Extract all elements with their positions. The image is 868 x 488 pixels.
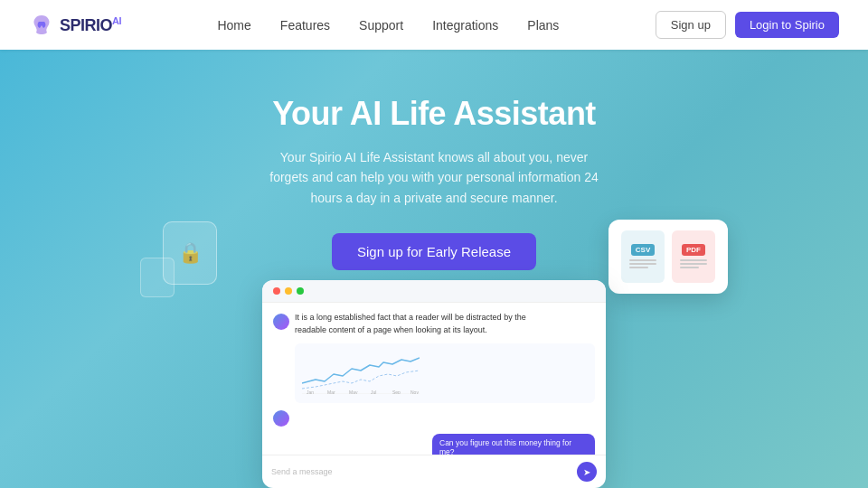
chat-message-right: Can you figure out this money thing for … xyxy=(432,434,595,455)
pdf-file-card: PDF xyxy=(672,230,715,283)
decorative-lock-doc: 🔒 xyxy=(163,221,217,285)
chat-footer[interactable]: Send a message ➤ xyxy=(262,455,606,488)
csv-file-card: CSV xyxy=(621,230,665,283)
svg-text:Sep: Sep xyxy=(392,389,401,394)
chat-send-button[interactable]: ➤ xyxy=(577,462,597,482)
close-dot xyxy=(273,287,280,295)
hero-section: Your AI Life Assistant Your Spirio AI Li… xyxy=(0,50,868,488)
chat-window: It is a long established fact that a rea… xyxy=(262,280,606,488)
nav-actions: Sign up Login to Spirio xyxy=(656,11,839,39)
hero-title: Your AI Life Assistant xyxy=(272,95,596,133)
chat-header xyxy=(262,280,606,303)
send-icon: ➤ xyxy=(583,467,590,477)
chat-body: It is a long established fact that a rea… xyxy=(262,303,606,455)
chat-chart-container: Jan Mar May Jul Sep Nov xyxy=(295,343,595,403)
nav-links: Home Features Support Integrations Plans xyxy=(217,17,559,33)
ai-avatar-2 xyxy=(273,410,289,427)
svg-text:Jan: Jan xyxy=(307,389,314,394)
nav-integrations[interactable]: Integrations xyxy=(432,18,498,33)
login-button[interactable]: Login to Spirio xyxy=(735,12,839,38)
spirio-logo-icon xyxy=(29,13,54,38)
early-release-button[interactable]: Sign up for Early Release xyxy=(332,233,536,270)
svg-text:Mar: Mar xyxy=(327,389,335,394)
nav-home[interactable]: Home xyxy=(217,18,250,33)
svg-text:Jul: Jul xyxy=(371,389,376,394)
chat-message-1-row: It is a long established fact that a rea… xyxy=(273,312,595,336)
chat-message-2-row xyxy=(273,408,595,427)
nav-features[interactable]: Features xyxy=(280,18,330,33)
csv-lines xyxy=(629,259,656,270)
ai-avatar-1 xyxy=(273,314,289,330)
lock-icon: 🔒 xyxy=(178,241,203,265)
line-chart: Jan Mar May Jul Sep Nov xyxy=(302,349,420,394)
chat-message-1: It is a long established fact that a rea… xyxy=(295,312,530,336)
minimize-dot xyxy=(285,287,292,295)
logo[interactable]: SPIRIOAI xyxy=(29,13,121,38)
maximize-dot xyxy=(297,287,304,295)
svg-text:Nov: Nov xyxy=(410,389,419,394)
csv-label: CSV xyxy=(631,244,655,256)
brand-name: SPIRIOAI xyxy=(60,15,121,35)
pdf-label: PDF xyxy=(682,244,705,256)
svg-text:May: May xyxy=(349,389,358,394)
nav-support[interactable]: Support xyxy=(359,18,403,33)
navbar: SPIRIOAI Home Features Support Integrati… xyxy=(0,0,868,50)
chat-input[interactable]: Send a message xyxy=(271,467,570,476)
hero-subtitle: Your Spirio AI Life Assistant knows all … xyxy=(262,147,606,208)
pdf-lines xyxy=(680,259,707,270)
signup-button[interactable]: Sign up xyxy=(656,11,726,39)
nav-plans[interactable]: Plans xyxy=(527,18,559,33)
file-cards-container: CSV PDF xyxy=(609,220,728,294)
